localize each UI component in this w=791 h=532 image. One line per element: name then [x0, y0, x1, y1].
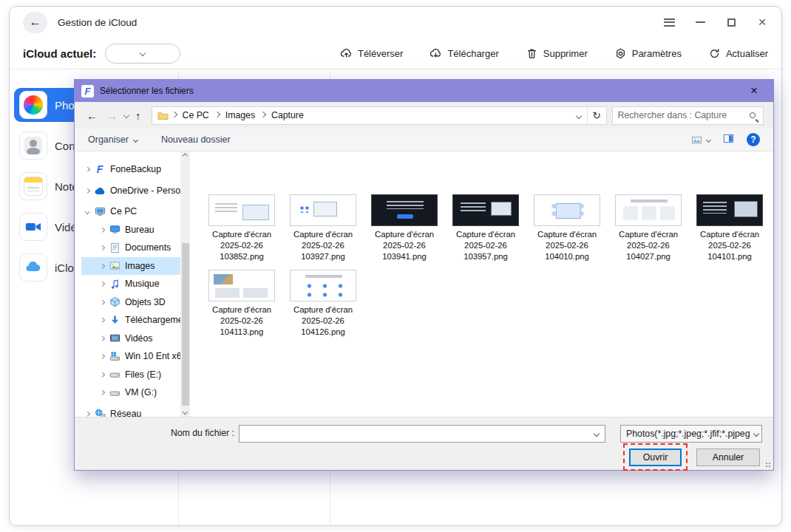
- tree-item-files-e-[interactable]: Files (E:): [81, 366, 180, 384]
- file-item[interactable]: Capture d'écran2025-02-26103852.png: [208, 194, 275, 262]
- tree-item-vm-g-[interactable]: VM (G:): [81, 383, 180, 402]
- nav-back-button[interactable]: ←: [82, 109, 102, 122]
- cancel-button[interactable]: Annuler: [696, 449, 760, 466]
- scroll-down-button[interactable]: [180, 407, 190, 417]
- tree-item-onedrive-personal[interactable]: OneDrive - Personal: [81, 182, 180, 200]
- expander-right-icon[interactable]: [96, 391, 108, 395]
- close-button[interactable]: ×: [756, 16, 768, 28]
- tree-item-win-10-ent-x64-c-[interactable]: Win 10 Ent x64 (C:): [81, 347, 180, 366]
- expander-right-icon[interactable]: [96, 265, 108, 268]
- file-name: Capture d'écran2025-02-26103957.png: [452, 229, 519, 262]
- thumbnails-view-icon: [690, 134, 703, 146]
- address-dropdown[interactable]: [571, 110, 587, 120]
- tree-item-label: Win 10 Ent x64 (C:): [125, 351, 180, 361]
- filename-input[interactable]: [240, 426, 588, 442]
- tree-item-documents[interactable]: Documents: [81, 239, 180, 257]
- filename-label: Nom du fichier :: [162, 428, 234, 438]
- expander-down-icon[interactable]: [81, 210, 93, 214]
- nav-forward-button[interactable]: →: [102, 109, 122, 122]
- expander-right-icon[interactable]: [96, 228, 108, 232]
- dialog-close-button[interactable]: ×: [741, 83, 767, 98]
- account-select[interactable]: [105, 44, 180, 64]
- file-thumbnail: [696, 194, 763, 226]
- cloud-download-icon: [430, 47, 442, 60]
- breadcrumb-item[interactable]: Images: [223, 110, 257, 120]
- action-delete[interactable]: Supprimer: [526, 47, 588, 60]
- videos-icon: [19, 213, 47, 241]
- new-folder-button[interactable]: Nouveau dossier: [161, 134, 231, 145]
- tree-item-r-seau[interactable]: Réseau: [81, 405, 180, 417]
- action-label: Supprimer: [543, 48, 588, 59]
- file-thumbnail: [290, 270, 356, 301]
- hamburger-icon: [664, 18, 675, 27]
- open-button[interactable]: Ouvrir: [629, 449, 682, 466]
- tree-scrollbar[interactable]: [180, 151, 190, 417]
- file-item[interactable]: Capture d'écran2025-02-26103927.png: [290, 194, 356, 262]
- filename-dropdown[interactable]: [588, 426, 605, 442]
- fonetool-logo-icon: F: [81, 85, 94, 98]
- action-settings[interactable]: Paramètres: [614, 47, 682, 60]
- nav-up-button[interactable]: ↑: [131, 109, 146, 122]
- file-name: Capture d'écran2025-02-26104027.png: [615, 229, 682, 262]
- tree-item-label: Files (E:): [125, 369, 161, 380]
- file-item[interactable]: Capture d'écran2025-02-26104010.png: [534, 194, 600, 262]
- tree-item-musique[interactable]: Musique: [81, 275, 180, 293]
- tree-item-fonebackup[interactable]: FFoneBackup: [81, 160, 180, 179]
- action-label: Actualiser: [726, 48, 768, 59]
- address-refresh-button[interactable]: ↻: [587, 107, 606, 124]
- file-item[interactable]: Capture d'écran2025-02-26104101.png: [696, 194, 763, 262]
- breadcrumb-item[interactable]: Capture: [269, 110, 306, 120]
- maximize-button[interactable]: [725, 16, 737, 28]
- tree-item-objets-3d[interactable]: Objets 3D: [81, 293, 180, 312]
- scroll-up-button[interactable]: [180, 151, 190, 161]
- action-refresh[interactable]: Actualiser: [708, 47, 768, 60]
- expander-right-icon[interactable]: [96, 337, 108, 341]
- action-upload[interactable]: Téléverser: [340, 47, 403, 60]
- address-bar[interactable]: Ce PCImagesCapture ↻: [152, 106, 607, 125]
- tree-item-label: Musique: [125, 279, 159, 289]
- expander-right-icon[interactable]: [96, 301, 108, 304]
- forward-arrow-icon: →: [106, 109, 118, 122]
- tree-item-vid-os[interactable]: Vidéos: [81, 330, 180, 348]
- filetype-select[interactable]: Photos(*.jpg;*.jpeg;*.jfif;*.pjpeg: [620, 425, 762, 443]
- expander-right-icon[interactable]: [96, 355, 108, 358]
- tree-item-label: Bureau: [125, 225, 155, 235]
- expander-right-icon[interactable]: [81, 168, 93, 171]
- organise-menu[interactable]: Organiser: [88, 134, 138, 145]
- tree-item-bureau[interactable]: Bureau: [81, 221, 180, 239]
- scrollbar-thumb[interactable]: [182, 243, 189, 406]
- dialog-titlebar[interactable]: F Sélectionner les fichiers ×: [75, 80, 773, 102]
- history-dropdown[interactable]: [123, 112, 129, 118]
- help-button[interactable]: ?: [747, 133, 760, 146]
- expander-right-icon[interactable]: [96, 373, 108, 377]
- folder-tree: FFoneBackupOneDrive - PersonalCe PCBurea…: [75, 157, 180, 417]
- menu-button[interactable]: [663, 16, 675, 28]
- file-item[interactable]: Capture d'écran2025-02-26104126.png: [290, 270, 356, 338]
- tree-item-label: Images: [125, 261, 155, 271]
- expander-right-icon[interactable]: [96, 282, 108, 286]
- file-item[interactable]: Capture d'écran2025-02-26103941.png: [371, 194, 438, 262]
- app-header: ← Gestion de iCloud ×: [10, 7, 781, 38]
- file-item[interactable]: Capture d'écran2025-02-26104027.png: [615, 194, 682, 262]
- expander-right-icon[interactable]: [96, 318, 108, 322]
- breadcrumb-item[interactable]: Ce PC: [180, 110, 211, 120]
- file-item[interactable]: Capture d'écran2025-02-26104113.png: [208, 270, 275, 338]
- tree-item-ce-pc[interactable]: Ce PC: [81, 202, 180, 221]
- back-button[interactable]: ←: [23, 12, 47, 33]
- contacts-icon: [19, 132, 47, 160]
- tree-item-t-l-chargements[interactable]: Téléchargements: [81, 311, 180, 330]
- view-mode-button[interactable]: [690, 134, 710, 146]
- expander-right-icon[interactable]: [81, 189, 93, 193]
- app-title: Gestion de iCloud: [58, 17, 137, 28]
- resize-grip[interactable]: [765, 462, 771, 468]
- expander-right-icon[interactable]: [81, 412, 93, 416]
- file-item[interactable]: Capture d'écran2025-02-26103957.png: [452, 194, 519, 262]
- preview-pane-button[interactable]: [722, 133, 735, 146]
- minimize-button[interactable]: [694, 16, 706, 28]
- action-download[interactable]: Télécharger: [430, 47, 498, 60]
- search-input[interactable]: [618, 110, 750, 120]
- tree-item-images[interactable]: Images: [81, 257, 180, 276]
- film-icon: [108, 332, 121, 344]
- expander-right-icon[interactable]: [96, 246, 108, 250]
- breadcrumb-separator-icon: [214, 112, 220, 117]
